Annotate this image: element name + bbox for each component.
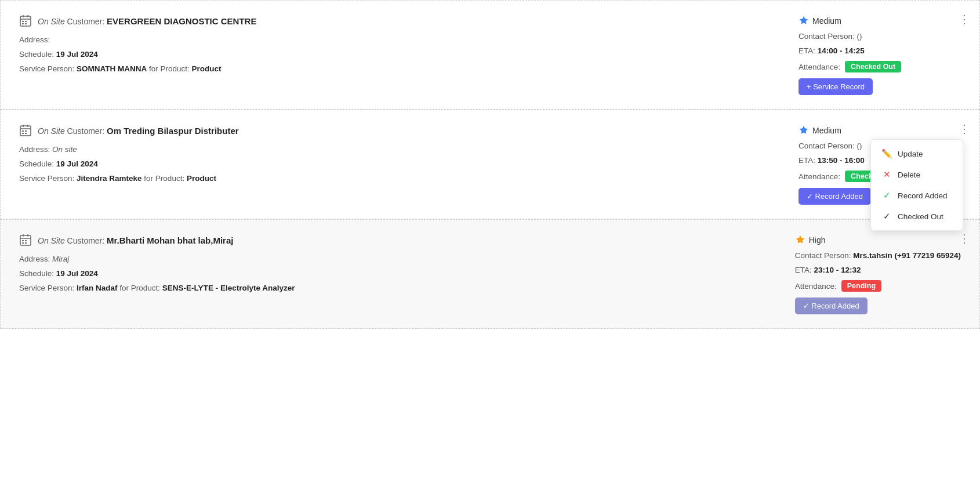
attendance-badge: Pending — [841, 280, 881, 292]
card-title-row: On Site Customer: Om Treding Bilaspur Di… — [19, 124, 775, 137]
dropdown-menu: ✏️Update✕Delete✓Record Added✓Checked Out — [870, 139, 963, 231]
dropdown-item-label: Checked Out — [898, 212, 943, 221]
eta-field: ETA: 14:00 - 14:25 — [798, 46, 865, 55]
svg-rect-5 — [25, 21, 27, 22]
attendance-field: Attendance: Checked Out — [798, 61, 901, 72]
svg-rect-12 — [22, 130, 24, 132]
dropdown-item-record-added[interactable]: ✓Record Added — [871, 185, 963, 206]
schedule-field: Schedule: 19 Jul 2024 — [19, 269, 772, 278]
card-1: On Site Customer: EVERGREEN DIAGNOSTIC C… — [0, 0, 980, 110]
svg-rect-6 — [22, 23, 24, 24]
card-left: On Site Customer: Mr.Bharti Mohan bhat l… — [19, 234, 795, 298]
svg-rect-13 — [25, 130, 27, 132]
card-title-row: On Site Customer: Mr.Bharti Mohan bhat l… — [19, 234, 772, 246]
priority-row: Medium — [798, 125, 841, 136]
card-left: On Site Customer: EVERGREEN DIAGNOSTIC C… — [19, 14, 798, 79]
priority-label: Medium — [812, 126, 841, 135]
service-person-field: Service Person: Jitendra Ramteke for Pro… — [19, 174, 775, 183]
contact-person-field: Contact Person: () — [798, 32, 862, 41]
svg-rect-4 — [22, 21, 24, 22]
svg-rect-14 — [22, 133, 24, 134]
svg-rect-15 — [25, 133, 27, 134]
dropdown-item-label: Delete — [898, 171, 920, 179]
svg-rect-23 — [25, 242, 27, 244]
card-title-text: On Site Customer: Mr.Bharti Mohan bhat l… — [38, 235, 233, 245]
record-added-button[interactable]: ✓ Record Added — [798, 188, 871, 205]
dropdown-item-update[interactable]: ✏️Update — [871, 143, 963, 164]
pencil-icon: ✏️ — [881, 148, 892, 159]
address-field: Address: — [19, 35, 775, 44]
priority-label: Medium — [812, 16, 841, 26]
dropdown-item-label: Record Added — [898, 191, 948, 200]
dropdown-item-delete[interactable]: ✕Delete — [871, 164, 963, 185]
schedule-field: Schedule: 19 Jul 2024 — [19, 159, 775, 168]
card-left: On Site Customer: Om Treding Bilaspur Di… — [19, 124, 798, 188]
priority-row: Medium — [798, 16, 841, 26]
attendance-field: Attendance: Pending — [795, 280, 881, 292]
card-3: On Site Customer: Mr.Bharti Mohan bhat l… — [0, 219, 980, 329]
card-title-text: On Site Customer: Om Treding Bilaspur Di… — [38, 126, 239, 136]
service-person-field: Service Person: SOMNATH MANNA for Produc… — [19, 64, 775, 73]
three-dots-menu-button[interactable]: ⋮ — [955, 11, 974, 27]
dropdown-item-label: Update — [898, 150, 923, 158]
contact-person-field: Contact Person: Mrs.tahsin (+91 77219 65… — [795, 251, 961, 260]
card-title-row: On Site Customer: EVERGREEN DIAGNOSTIC C… — [19, 14, 775, 27]
eta-field: ETA: 13:50 - 16:00 — [798, 156, 865, 165]
card-right: MediumContact Person: ()ETA: 14:00 - 14:… — [798, 14, 961, 95]
dropdown-item-checked-out[interactable]: ✓Checked Out — [871, 206, 963, 227]
svg-rect-7 — [25, 23, 27, 24]
service-person-field: Service Person: Irfan Nadaf for Product:… — [19, 284, 772, 292]
address-field: Address: On site — [19, 145, 775, 154]
record-added-dim-button[interactable]: ✓ Record Added — [795, 298, 868, 314]
svg-rect-21 — [25, 240, 27, 241]
card-2: On Site Customer: Om Treding Bilaspur Di… — [0, 110, 980, 219]
schedule-field: Schedule: 19 Jul 2024 — [19, 50, 775, 59]
three-dots-menu-button[interactable]: ⋮ — [955, 230, 974, 246]
priority-row: High — [795, 235, 826, 245]
card-right: HighContact Person: Mrs.tahsin (+91 7721… — [795, 234, 961, 314]
address-field: Address: Miraj — [19, 255, 772, 263]
eta-field: ETA: 23:10 - 12:32 — [795, 266, 861, 274]
service-record-button[interactable]: + Service Record — [798, 78, 873, 95]
attendance-badge: Checked Out — [845, 61, 901, 72]
x-icon: ✕ — [881, 169, 892, 180]
contact-person-field: Contact Person: () — [798, 142, 862, 150]
check2-icon: ✓ — [881, 211, 892, 222]
card-title-text: On Site Customer: EVERGREEN DIAGNOSTIC C… — [38, 16, 256, 26]
check-icon: ✓ — [881, 190, 892, 201]
svg-rect-20 — [22, 240, 24, 241]
three-dots-menu-button[interactable]: ⋮ — [955, 121, 974, 137]
svg-rect-22 — [22, 242, 24, 244]
priority-label: High — [809, 235, 826, 245]
